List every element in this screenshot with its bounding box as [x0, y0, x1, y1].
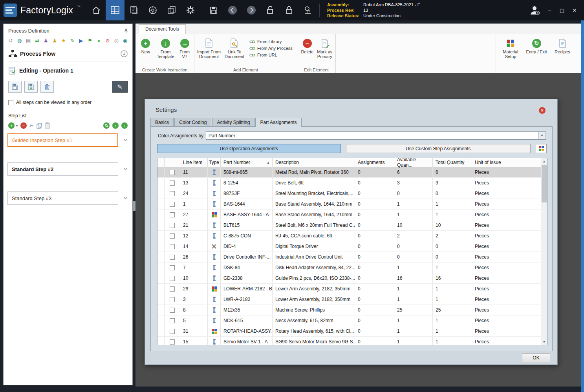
- header-line-item[interactable]: Line Item: [180, 158, 208, 167]
- documents-icon[interactable]: [124, 0, 143, 20]
- chevron-down-icon[interactable]: [123, 168, 128, 170]
- row-checkbox[interactable]: [170, 265, 175, 270]
- header-type[interactable]: Type: [208, 158, 221, 167]
- edit-mode-button[interactable]: ✎: [112, 81, 128, 93]
- panel-splitter-handle[interactable]: [133, 201, 135, 211]
- tab-part-assignments[interactable]: Part Assignments: [255, 118, 301, 127]
- close-settings-button[interactable]: ✕: [539, 107, 546, 114]
- globe-icon[interactable]: ◍: [16, 38, 22, 44]
- save-icon[interactable]: [204, 0, 223, 20]
- import-operation-button[interactable]: [24, 81, 38, 93]
- row-checkbox[interactable]: [170, 308, 175, 313]
- chevron-down-icon[interactable]: [123, 197, 128, 199]
- table-row[interactable]: 10GD-2338Guide Pins,2 pcs, D6x20, ISO 23…: [157, 273, 547, 284]
- unlock-icon[interactable]: [261, 0, 280, 20]
- link-to-document-button[interactable]: Link To Document: [222, 35, 247, 59]
- row-selector[interactable]: [157, 252, 165, 262]
- undo-icon[interactable]: [223, 0, 242, 20]
- row-selector[interactable]: [157, 241, 165, 252]
- row-selector[interactable]: [157, 231, 165, 241]
- chevron-down-icon[interactable]: [123, 139, 128, 141]
- row-checkbox[interactable]: [170, 286, 175, 292]
- row-checkbox[interactable]: [170, 276, 175, 281]
- table-row[interactable]: 15Servo Motor SV-1 - ASG90 Servo Motor M…: [157, 337, 547, 345]
- use-custom-step-assignments-button[interactable]: Use Custom Step Assignments: [346, 144, 531, 153]
- reports-icon[interactable]: [162, 0, 181, 20]
- row-checkbox[interactable]: [170, 191, 175, 196]
- row-selector[interactable]: [157, 210, 165, 220]
- from-template-button[interactable]: ↓ From Template: [154, 35, 177, 59]
- row-checkbox[interactable]: [170, 244, 175, 249]
- table-row[interactable]: 12C-8875-CONRJ-45, CCA conn cable, 6ft02…: [157, 231, 547, 241]
- tab-activity-splitting[interactable]: Activity Splitting: [212, 118, 254, 126]
- cut-step-button[interactable]: ✂: [29, 123, 34, 129]
- copy-step-button[interactable]: [37, 123, 42, 129]
- from-library-button[interactable]: From Library: [249, 39, 293, 44]
- stop-icon[interactable]: ⊘: [104, 38, 111, 44]
- step-item[interactable]: Standard Step #2: [7, 162, 118, 176]
- minimize-button[interactable]: –: [546, 7, 553, 13]
- header-unit-of-issue[interactable]: Unit of Issue: [472, 158, 547, 167]
- lock-icon[interactable]: [280, 0, 298, 20]
- from-url-button[interactable]: From URL: [249, 53, 293, 57]
- dispatch-icon[interactable]: [143, 0, 162, 20]
- step-item[interactable]: Standard Step #3: [7, 191, 118, 205]
- start-icon[interactable]: ●: [95, 38, 102, 44]
- part-colors-button[interactable]: [536, 144, 547, 153]
- table-row[interactable]: 7DSK-84Disk Head Adapter Assembly, 84, 2…: [157, 263, 547, 273]
- row-selector[interactable]: [157, 178, 165, 188]
- scroll-up-icon[interactable]: ▲: [541, 158, 547, 164]
- add-step-dropdown-icon[interactable]: ▾: [16, 124, 18, 128]
- delete-element-button[interactable]: − Delete: [299, 35, 316, 54]
- save-operation-button[interactable]: [8, 81, 22, 93]
- remove-step-button[interactable]: −: [20, 122, 27, 129]
- scrollbar-thumb[interactable]: [542, 165, 547, 202]
- table-row[interactable]: 26Drive Controller INF-...Industrial Arm…: [157, 252, 547, 263]
- header-description[interactable]: Description: [273, 158, 355, 167]
- navigate-icon[interactable]: ▶: [78, 38, 84, 44]
- row-selector[interactable]: [157, 263, 165, 273]
- table-row[interactable]: 11588-mt-665Metal Rod, Main Pivot, Rotat…: [157, 167, 547, 178]
- use-operation-assignments-button[interactable]: Use Operation Assignments: [157, 144, 341, 153]
- table-row[interactable]: 29LOWER-ARM-2182 - BLower Arm Assembly, …: [157, 284, 547, 294]
- new-button[interactable]: + New: [137, 35, 154, 54]
- record-icon[interactable]: ◉: [122, 38, 128, 44]
- header-part-number[interactable]: Part Number▲: [221, 158, 273, 167]
- recipes-button[interactable]: Recipes: [549, 35, 575, 54]
- row-selector[interactable]: [157, 337, 165, 345]
- row-checkbox[interactable]: [170, 339, 175, 345]
- redo-icon[interactable]: [242, 0, 261, 20]
- row-checkbox[interactable]: [170, 318, 175, 323]
- row-checkbox[interactable]: [170, 297, 175, 302]
- row-checkbox[interactable]: [170, 202, 175, 207]
- row-selector[interactable]: [157, 326, 165, 336]
- color-assignments-dropdown[interactable]: Part Number ▼: [206, 131, 546, 140]
- row-selector[interactable]: [157, 294, 165, 304]
- user-logout-icon[interactable]: [529, 5, 540, 15]
- user-icon[interactable]: ♟: [43, 38, 49, 44]
- row-checkbox[interactable]: [170, 212, 175, 217]
- header-available-quantity[interactable]: Available Quan...: [394, 158, 433, 167]
- delete-operation-button[interactable]: [40, 81, 54, 93]
- table-row[interactable]: 138-1254Drive Belt, 6ft033Pieces: [157, 178, 547, 188]
- step-item[interactable]: Guided Inspection Step #1: [7, 133, 118, 147]
- row-selector[interactable]: [157, 220, 165, 230]
- table-row[interactable]: 1BAS-1644Base Stand Assembly, 1644, 210m…: [157, 199, 547, 210]
- move-step-down-button[interactable]: ↓: [121, 122, 128, 129]
- row-selector[interactable]: [157, 199, 165, 209]
- table-row[interactable]: 27BASE-ASSY-1644 - ABase Stand Assembly,…: [157, 210, 547, 220]
- header-assignments[interactable]: Assignments: [355, 158, 394, 167]
- home-icon[interactable]: [87, 0, 106, 20]
- release-review-icon[interactable]: [298, 0, 317, 20]
- sync-icon[interactable]: ⇄: [34, 38, 40, 44]
- flag-icon[interactable]: ⚑: [87, 38, 93, 44]
- scroll-down-icon[interactable]: ▼: [541, 339, 547, 345]
- row-checkbox[interactable]: [170, 170, 175, 175]
- move-step-up-button[interactable]: ↑: [112, 122, 119, 129]
- print-icon[interactable]: ▤: [25, 38, 31, 44]
- pin-icon[interactable]: [124, 28, 128, 34]
- entry-exit-button[interactable]: ↻ Entry / Exit: [524, 35, 549, 54]
- row-selector[interactable]: [157, 167, 165, 177]
- add-step-button[interactable]: +: [8, 122, 15, 129]
- ok-button[interactable]: OK: [522, 354, 550, 362]
